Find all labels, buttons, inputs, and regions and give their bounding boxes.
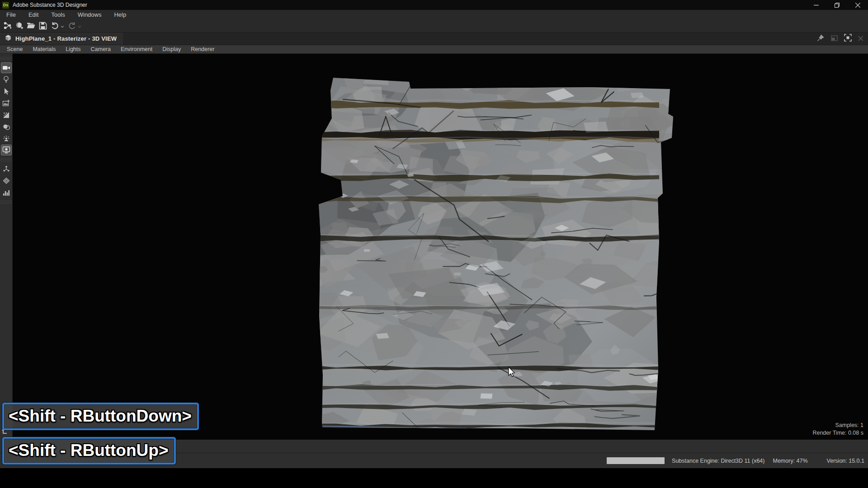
transform-gizmo-tool[interactable] bbox=[1, 164, 12, 174]
toolbar-grip[interactable] bbox=[0, 199, 12, 205]
render-stats: Samples: 1 Render Time: 0.08 s bbox=[812, 422, 863, 437]
app-logo: Ds bbox=[2, 2, 9, 9]
version-label: Version: 15.0.1 bbox=[827, 458, 864, 464]
menu-tools[interactable]: Tools bbox=[45, 11, 71, 18]
minimize-button[interactable] bbox=[806, 0, 826, 10]
close-panel-icon[interactable] bbox=[858, 35, 863, 43]
environment-light-tool[interactable] bbox=[1, 133, 12, 144]
main-toolbar bbox=[0, 19, 868, 33]
restore-button[interactable] bbox=[826, 0, 847, 10]
displacement-tool[interactable] bbox=[1, 109, 12, 120]
close-icon[interactable] bbox=[847, 0, 868, 10]
viewmenu-display[interactable]: Display bbox=[157, 46, 186, 52]
workspace: Samples: 1 Render Time: 0.08 s bbox=[0, 54, 868, 440]
maximize-panel-icon[interactable] bbox=[844, 34, 852, 43]
screen-footer bbox=[0, 468, 868, 488]
undo-icon[interactable] bbox=[49, 20, 61, 32]
open-file-icon[interactable] bbox=[25, 20, 37, 32]
title-bar: Ds Adobe Substance 3D Designer bbox=[0, 0, 868, 10]
window-title: Adobe Substance 3D Designer bbox=[13, 2, 87, 8]
view-menu-bar: Scene Materials Lights Camera Environmen… bbox=[0, 45, 868, 54]
materials-sphere-tool[interactable] bbox=[1, 121, 12, 132]
menu-bar: File Edit Tools Windows Help bbox=[0, 10, 868, 19]
post-effects-tool[interactable] bbox=[1, 98, 12, 108]
samples-value: Samples: 1 bbox=[812, 422, 863, 429]
save-icon[interactable] bbox=[37, 20, 49, 32]
pointer-tool[interactable] bbox=[1, 86, 12, 97]
new-graph-icon[interactable] bbox=[2, 20, 14, 32]
menu-windows[interactable]: Windows bbox=[71, 11, 108, 18]
toolbar-grip[interactable] bbox=[0, 157, 12, 162]
viewmenu-environment[interactable]: Environment bbox=[116, 46, 157, 52]
hotkey-overlay-rbuttondown: <Shift - RButtonDown> bbox=[2, 403, 199, 430]
tab-3d-view[interactable]: HighPlane_1 - Rasterizer - 3D VIEW bbox=[0, 33, 123, 45]
memory-label: Memory: 47% bbox=[773, 458, 807, 464]
camera-view-tool[interactable] bbox=[1, 62, 12, 73]
render-time-value: Render Time: 0.08 s bbox=[812, 429, 863, 437]
menu-help[interactable]: Help bbox=[108, 11, 132, 18]
new-package-icon[interactable] bbox=[14, 20, 25, 32]
3d-viewport[interactable]: Samples: 1 Render Time: 0.08 s bbox=[13, 54, 868, 440]
float-panel-icon[interactable] bbox=[831, 35, 838, 43]
pin-icon[interactable] bbox=[817, 34, 825, 43]
panel-tab-bar: HighPlane_1 - Rasterizer - 3D VIEW bbox=[0, 33, 868, 45]
histogram-tool[interactable] bbox=[1, 187, 12, 198]
view-tool-column bbox=[0, 54, 13, 440]
renderer-settings-tool[interactable] bbox=[1, 145, 12, 155]
viewmenu-camera[interactable]: Camera bbox=[86, 46, 116, 52]
viewmenu-materials[interactable]: Materials bbox=[28, 46, 61, 52]
engine-label: Substance Engine: Direct3D 11 (x64) bbox=[672, 458, 764, 464]
tab-title: HighPlane_1 - Rasterizer - 3D VIEW bbox=[15, 35, 117, 42]
menu-edit[interactable]: Edit bbox=[22, 11, 45, 18]
redo-icon[interactable] bbox=[66, 20, 78, 32]
cube-icon bbox=[5, 34, 12, 43]
toolbar-grip[interactable] bbox=[0, 56, 12, 61]
redo-history-chevron-icon[interactable] bbox=[78, 22, 81, 30]
viewmenu-lights[interactable]: Lights bbox=[61, 46, 85, 52]
progress-bar bbox=[607, 457, 665, 464]
rock-svg bbox=[13, 54, 868, 440]
hotkey-overlay-rbuttonup: <Shift - RButtonUp> bbox=[2, 437, 176, 465]
menu-file[interactable]: File bbox=[0, 11, 22, 18]
undo-history-chevron-icon[interactable] bbox=[61, 22, 64, 30]
lights-tool[interactable] bbox=[1, 74, 12, 85]
viewmenu-scene[interactable]: Scene bbox=[2, 46, 28, 52]
viewmenu-renderer[interactable]: Renderer bbox=[186, 46, 219, 52]
uv-layers-tool[interactable] bbox=[1, 175, 12, 186]
